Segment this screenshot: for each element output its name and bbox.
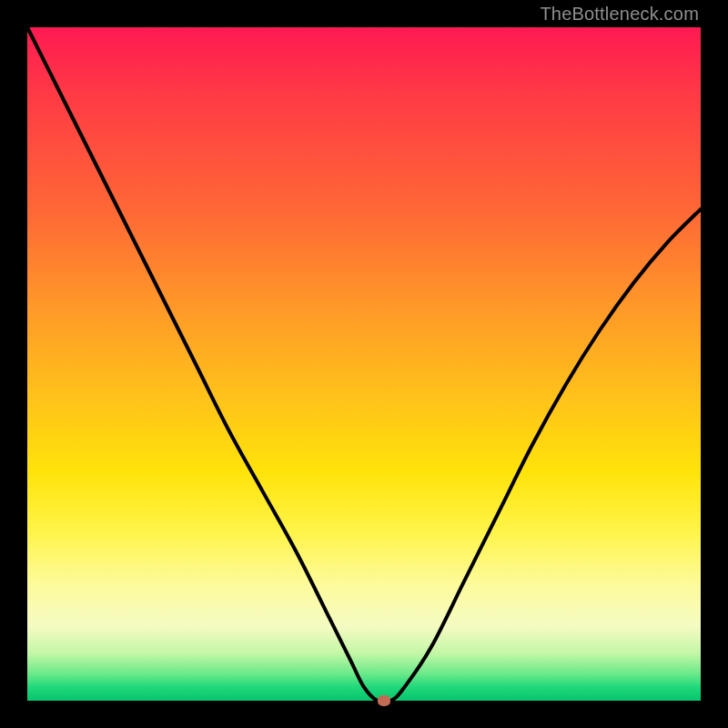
bottleneck-curve-path xyxy=(27,27,701,703)
minimum-marker xyxy=(378,695,390,706)
watermark-text: TheBottleneck.com xyxy=(540,4,699,25)
curve-svg xyxy=(27,27,701,701)
plot-area xyxy=(27,27,701,701)
chart-frame: TheBottleneck.com xyxy=(0,0,728,728)
